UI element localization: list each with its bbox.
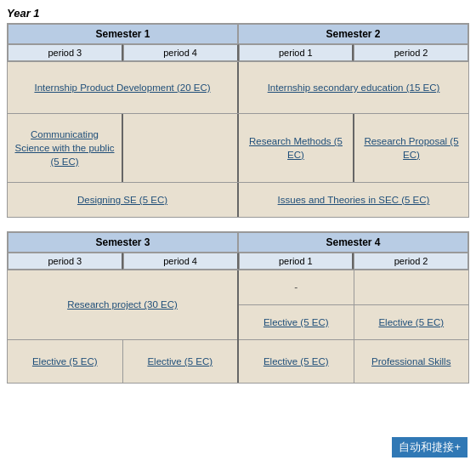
y2-left-half: Research project (30 EC) Elective (5 EC)… xyxy=(8,270,239,383)
y2-bottom-right: Elective (5 EC) Professional Skills xyxy=(239,340,468,383)
y2-bottom-left: Elective (5 EC) Elective (5 EC) xyxy=(8,340,237,383)
y2-right-half: - Elective (5 EC) Elective (5 EC) xyxy=(239,270,468,383)
year1-internship-secondary[interactable]: Internship secondary education (15 EC) xyxy=(239,62,468,113)
year2-grid-rebuilt: Semester 3 Semester 4 period 3 period 4 … xyxy=(7,231,469,384)
y2-elective-left1[interactable]: Elective (5 EC) xyxy=(8,340,123,383)
y2-elective-right2[interactable]: Elective (5 EC) xyxy=(354,305,469,339)
year1-section: Year 1 Semester 1 Semester 2 period 3 pe… xyxy=(7,7,469,218)
y2-semester3-header: Semester 3 xyxy=(8,232,238,253)
year1-semester2-header: Semester 2 xyxy=(238,24,468,44)
y2-semester-header-row: Semester 3 Semester 4 xyxy=(8,232,468,253)
year1-internship-product[interactable]: Internship Product Development (20 EC) xyxy=(8,62,239,113)
year1-row3: Designing SE (5 EC) Issues and Theories … xyxy=(8,182,468,217)
year1-semester1-header: Semester 1 xyxy=(8,24,238,44)
year1-communicating[interactable]: Communicating Science with the public (5… xyxy=(8,114,123,182)
y2-top-right: - xyxy=(239,270,468,305)
year1-semester-header-row: Semester 1 Semester 2 xyxy=(8,24,468,44)
y2-mid-right: Elective (5 EC) Elective (5 EC) xyxy=(239,305,468,340)
y2-content-area: Research project (30 EC) Elective (5 EC)… xyxy=(8,270,468,383)
year1-label: Year 1 xyxy=(7,7,469,20)
year2-section-rebuilt: Semester 3 Semester 4 period 3 period 4 … xyxy=(7,231,469,384)
y2-elective-right1[interactable]: Elective (5 EC) xyxy=(239,305,354,339)
year1-issues-theories[interactable]: Issues and Theories in SEC (5 EC) xyxy=(239,183,468,217)
year1-period-header-row: period 3 period 4 period 1 period 2 xyxy=(8,44,468,61)
year1-period3: period 3 xyxy=(8,44,123,61)
y2-dash: - xyxy=(239,270,354,304)
y2-period3: period 3 xyxy=(8,253,123,270)
y2-elective-right3[interactable]: Elective (5 EC) xyxy=(239,340,354,383)
year1-row2: Communicating Science with the public (5… xyxy=(8,113,468,182)
y2-period1: period 1 xyxy=(239,253,354,270)
y2-professional-skills[interactable]: Professional Skills xyxy=(354,340,469,383)
year1-period4: period 4 xyxy=(123,44,239,61)
year1-period1: period 1 xyxy=(239,44,354,61)
y2-elective-left2[interactable]: Elective (5 EC) xyxy=(123,340,238,383)
y2-period-header-row: period 3 period 4 period 1 period 2 xyxy=(8,253,468,270)
year1-empty-period4 xyxy=(123,114,239,182)
year1-research-proposal[interactable]: Research Proposal (5 EC) xyxy=(354,114,468,182)
y2-semester4-header: Semester 4 xyxy=(238,232,468,253)
year1-grid: Semester 1 Semester 2 period 3 period 4 … xyxy=(7,23,469,218)
y2-period4: period 4 xyxy=(123,253,239,270)
year1-designing[interactable]: Designing SE (5 EC) xyxy=(8,183,239,217)
y2-research-row: Research project (30 EC) xyxy=(8,270,237,340)
year1-row1: Internship Product Development (20 EC) I… xyxy=(8,61,468,113)
y2-research-project[interactable]: Research project (30 EC) xyxy=(8,270,237,339)
y2-empty-top-right xyxy=(354,270,469,304)
year1-period2: period 2 xyxy=(354,44,468,61)
y2-period2: period 2 xyxy=(354,253,468,270)
year1-research-methods[interactable]: Research Methods (5 EC) xyxy=(239,114,354,182)
